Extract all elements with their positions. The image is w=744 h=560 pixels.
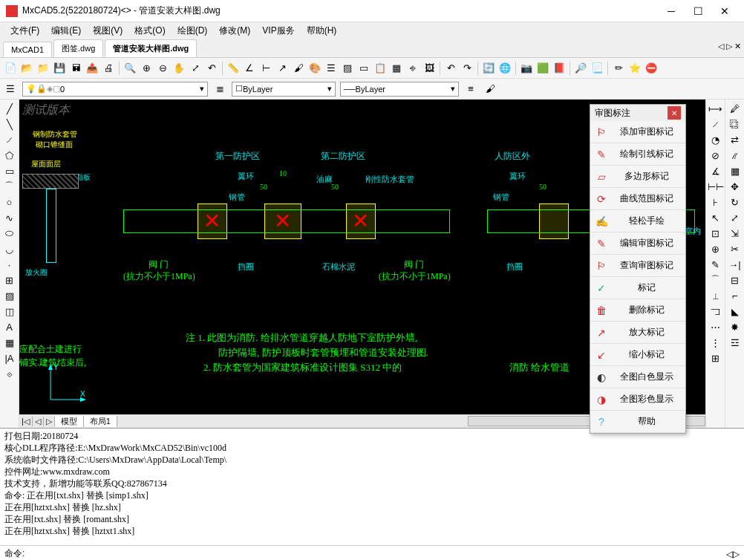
find-icon[interactable]: 🔎 [573, 61, 588, 76]
command-history[interactable]: 打包日期:20180724 核心DLL程序路径:E:\MxDrawWork\Mx… [0, 428, 744, 545]
globe-icon[interactable]: 🌐 [497, 61, 512, 76]
region-tool-icon[interactable]: ◫ [2, 304, 17, 319]
mtext-icon[interactable]: |A [2, 351, 17, 365]
menu-view[interactable]: 视图(V) [87, 22, 128, 39]
zoom-out-icon[interactable]: ⊖ [155, 61, 170, 76]
tolerance-icon[interactable]: ⊡ [708, 226, 723, 241]
dim-radius-icon[interactable]: ◔ [708, 132, 723, 147]
menu-format[interactable]: 格式(O) [128, 22, 171, 39]
refresh-icon[interactable]: 🔄 [481, 61, 496, 76]
undo-icon[interactable]: ↶ [443, 61, 458, 76]
redo-icon[interactable]: ↷ [460, 61, 474, 76]
openall-icon[interactable]: 📁 [36, 61, 50, 76]
dim-tool-icon[interactable]: ⟐ [2, 366, 17, 381]
minimize-button[interactable]: ─ [658, 0, 685, 22]
book-icon[interactable]: 📕 [552, 61, 567, 76]
more3-icon[interactable]: ⊞ [708, 351, 723, 365]
array-icon[interactable]: ▦ [728, 163, 743, 178]
scale-icon[interactable]: ⤢ [728, 210, 743, 225]
leader2-icon[interactable]: ↖ [708, 210, 723, 225]
layer-props-icon[interactable]: ☰ [3, 82, 18, 97]
layer-select[interactable]: 💡🔒◈▢ 0 ▾ [22, 82, 208, 97]
review-item-13[interactable]: ?帮助 [590, 411, 685, 433]
review-item-3[interactable]: ⟳曲线范围标记 [590, 188, 685, 210]
zoom-extents-icon[interactable]: ⤢ [188, 61, 203, 76]
extend-icon[interactable]: →| [728, 257, 743, 272]
layers-icon[interactable]: ☰ [324, 61, 339, 76]
rect-icon[interactable]: ▭ [2, 163, 17, 178]
ray-icon[interactable]: ╲ [2, 117, 17, 131]
cmd-scroll-left-icon[interactable]: ◁ [726, 549, 733, 559]
block-ins-icon[interactable]: ⊞ [2, 273, 17, 287]
brush-icon[interactable]: 🖌 [291, 61, 306, 76]
linetype-icon[interactable]: ≡ [463, 82, 478, 97]
dim-edit-icon[interactable]: ✎ [708, 257, 723, 272]
review-close-button[interactable]: ✕ [668, 106, 681, 120]
review-item-10[interactable]: ↙缩小标记 [590, 344, 685, 366]
save-icon[interactable]: 💾 [52, 61, 67, 76]
edit-icon[interactable]: ✏ [611, 61, 626, 76]
hatch-tool-icon[interactable]: ▨ [2, 288, 17, 303]
tab-guandao[interactable]: 管道安装大样图.dwg [105, 39, 197, 57]
dim-aligned-icon[interactable]: ⟋ [708, 117, 723, 131]
mirror-icon[interactable]: ⇄ [728, 132, 743, 147]
model-tab[interactable]: 模型 [55, 416, 84, 427]
circle-icon[interactable]: ○ [2, 195, 17, 209]
polyline-icon[interactable]: ⟋ [2, 132, 17, 147]
linetype-select[interactable]: ── ByLayer▾ [340, 82, 459, 97]
rotate-icon[interactable]: ↻ [728, 195, 743, 209]
palette-icon[interactable]: 🎨 [307, 61, 322, 76]
fillet-icon[interactable]: ⌐ [728, 288, 743, 303]
star-icon[interactable]: ⭐ [627, 61, 642, 76]
review-item-6[interactable]: 🏳查询审图标记 [590, 255, 685, 277]
ord-dim-icon[interactable]: ⟂ [708, 288, 723, 303]
review-item-12[interactable]: ◑全图彩色显示 [590, 388, 685, 411]
review-item-7[interactable]: ✓标记 [590, 277, 685, 299]
layout1-tab[interactable]: 布局1 [84, 416, 117, 427]
table-icon[interactable]: ▦ [2, 335, 17, 350]
ellipse-icon[interactable]: ⬭ [2, 226, 17, 241]
arc-icon[interactable]: ⌒ [2, 179, 17, 194]
point-icon[interactable]: · [2, 257, 17, 272]
menu-modify[interactable]: 修改(M) [213, 22, 256, 39]
zoom-prev-icon[interactable]: ↶ [204, 61, 219, 76]
region-icon[interactable]: ▭ [356, 61, 371, 76]
menu-draw[interactable]: 绘图(D) [172, 22, 214, 39]
chamfer-icon[interactable]: ◣ [728, 304, 743, 319]
copy-icon[interactable]: ⿻ [728, 117, 743, 131]
color-select[interactable]: ☐ ByLayer▾ [232, 82, 336, 97]
stretch-icon[interactable]: ⇲ [728, 226, 743, 241]
dim-diameter-icon[interactable]: ⊘ [708, 148, 723, 163]
review-item-8[interactable]: 🗑删除标记 [590, 299, 685, 322]
new-icon[interactable]: 📄 [3, 61, 18, 76]
offset-icon[interactable]: ⫽ [728, 148, 743, 163]
tab-nav[interactable]: ◁ ▷ ✕ [718, 42, 741, 51]
list-icon[interactable]: 📃 [590, 61, 604, 76]
open-icon[interactable]: 📂 [19, 61, 34, 76]
image-icon[interactable]: 🖼 [422, 61, 437, 76]
zoom-window-icon[interactable]: 🔍 [123, 61, 137, 76]
more1-icon[interactable]: ⋯ [708, 319, 723, 334]
menu-edit[interactable]: 编辑(E) [45, 22, 87, 39]
tab-right-icon[interactable]: ▷ [44, 417, 55, 426]
leader-icon[interactable]: ↗ [275, 61, 290, 76]
explode-icon[interactable]: ✸ [728, 319, 743, 334]
props-icon[interactable]: ☲ [728, 335, 743, 350]
export-icon[interactable]: 📤 [85, 61, 99, 76]
text-icon[interactable]: A [2, 319, 17, 334]
review-item-11[interactable]: ◐全图白色显示 [590, 366, 685, 388]
insert-icon[interactable]: ⎆ [405, 61, 420, 76]
menu-help[interactable]: 帮助(H) [301, 22, 343, 39]
zoom-in-icon[interactable]: ⊕ [139, 61, 154, 76]
ellipse-arc-icon[interactable]: ◡ [2, 241, 17, 256]
review-item-2[interactable]: ▱多边形标记 [590, 166, 685, 188]
menu-vip[interactable]: VIP服务 [256, 22, 300, 39]
print-icon[interactable]: 🖨 [101, 61, 116, 76]
camera-icon[interactable]: 📷 [519, 61, 534, 76]
review-item-9[interactable]: ↗放大标记 [590, 322, 685, 344]
spline-icon[interactable]: ∿ [2, 210, 17, 225]
erase-icon[interactable]: 🖉 [728, 101, 743, 116]
dim-baseline-icon[interactable]: ⊦ [708, 195, 723, 209]
dim-icon[interactable]: ⊢ [258, 61, 273, 76]
layer-mgr-icon[interactable]: 📋 [373, 61, 388, 76]
